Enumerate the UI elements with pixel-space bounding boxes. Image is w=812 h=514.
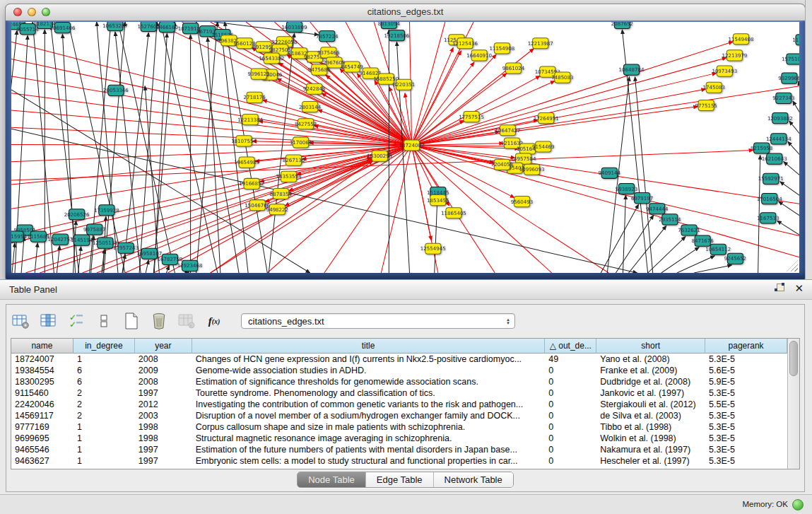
table-cell[interactable]: 2008 (135, 376, 192, 387)
table-cell[interactable]: 0 (545, 444, 596, 455)
table-cell[interactable]: Yano et al. (2008) (596, 354, 705, 365)
table-cell[interactable]: Jankovic et al. (1997) (596, 387, 705, 399)
graph-node[interactable]: 17264951 (534, 113, 559, 124)
table-row[interactable]: 1938455462009Genome-wide association stu… (11, 365, 787, 376)
table-cell[interactable]: 5.3E-5 (705, 455, 787, 467)
graph-node[interactable]: 5938923 (616, 183, 637, 194)
graph-node[interactable]: 1145194 (71, 235, 93, 245)
scrollbar-thumb[interactable] (789, 341, 798, 376)
table-cell[interactable]: Investigating the contribution of common… (192, 399, 546, 410)
graph-node[interactable]: 17016504 (757, 194, 782, 204)
column-visibility-icon[interactable] (40, 312, 58, 330)
column-header-pagerank[interactable]: pagerank (705, 339, 787, 354)
graph-node[interactable]: 1112549 (792, 35, 799, 45)
tab-edge-table[interactable]: Edge Table (365, 472, 433, 487)
table-cell[interactable]: Franke et al. (2009) (596, 365, 705, 376)
graph-node[interactable]: 17957243 (113, 243, 139, 253)
graph-node[interactable]: 16210643 (762, 153, 787, 164)
table-cell[interactable]: Nakamura et al. (1997) (596, 444, 705, 455)
table-cell[interactable]: 5.3E-5 (705, 387, 787, 399)
column-header-title[interactable]: title (192, 339, 546, 354)
table-cell[interactable]: 1 (73, 421, 135, 433)
table-cell[interactable]: 1997 (135, 455, 192, 467)
delete-table-icon[interactable] (150, 312, 168, 330)
graph-node[interactable]: 19166852 (239, 178, 264, 189)
table-cell[interactable]: 1997 (135, 387, 192, 399)
graph-node[interactable]: 7632621 (678, 225, 700, 235)
table-cell[interactable]: Disruption of a novel member of a sodium… (192, 410, 546, 421)
table-cell[interactable]: 0 (545, 399, 596, 410)
table-cell[interactable]: 14569117 (11, 410, 73, 421)
table-cell[interactable]: 5.5E-5 (705, 399, 787, 410)
graph-node[interactable]: 8267130 (283, 155, 305, 165)
table-cell[interactable]: 2012 (135, 399, 192, 410)
graph-node[interactable]: 7857224 (316, 31, 339, 42)
table-cell[interactable]: Estimation of the future numbers of pati… (192, 444, 546, 455)
table-cell[interactable]: 6 (73, 376, 135, 387)
graph-node[interactable]: 12554945 (420, 243, 446, 254)
graph-node[interactable]: 11865405 (441, 208, 466, 218)
graph-node[interactable]: 10973493 (712, 66, 737, 76)
graph-node[interactable]: 7485083 (551, 72, 573, 83)
table-cell[interactable]: 5.3E-5 (705, 433, 787, 444)
graph-node[interactable]: 14353554 (276, 171, 302, 182)
function-builder-icon[interactable]: f(x) (205, 312, 223, 330)
table-cell[interactable]: Wolkin et al. (1998) (596, 433, 705, 444)
graph-node[interactable]: 9498222 (266, 204, 288, 215)
table-row[interactable]: 969969511998Structural magnetic resonanc… (11, 433, 787, 444)
close-panel-icon[interactable]: ✕ (794, 284, 804, 293)
graph-node[interactable]: 9227343 (772, 93, 794, 103)
graph-node[interactable]: 15592971 (758, 173, 784, 184)
graph-node[interactable]: 9861024 (502, 63, 525, 74)
graph-node[interactable]: 20053346 (103, 85, 129, 95)
table-cell[interactable]: 9465546 (11, 444, 73, 455)
graph-node[interactable]: 12213987 (528, 38, 553, 49)
table-row[interactable]: 977716911998Corpus callosum shape and si… (11, 421, 787, 433)
table-cell[interactable]: 5.3E-5 (705, 354, 787, 365)
graph-node[interactable]: 11154908 (489, 43, 514, 54)
graph-node[interactable]: 16543382 (259, 53, 284, 64)
graph-node[interactable]: 10653287 (102, 22, 128, 31)
table-cell[interactable]: 1998 (135, 421, 192, 433)
graph-node[interactable]: 12923468 (177, 260, 203, 271)
table-cell[interactable]: 19384554 (11, 365, 73, 376)
graph-node[interactable]: 17757515 (459, 112, 484, 122)
table-cell[interactable]: 9115460 (11, 387, 73, 399)
graph-node[interactable]: 6979197 (631, 193, 653, 204)
table-cell[interactable]: 22420046 (11, 399, 73, 410)
table-cell[interactable]: Estimation of significance thresholds fo… (192, 376, 546, 387)
table-row[interactable]: 1872400712008Changes of HCN gene express… (11, 354, 787, 365)
graph-node[interactable]: 10654112 (705, 244, 731, 255)
graph-node[interactable]: 1853455 (427, 195, 449, 206)
table-cell[interactable]: 5.6E-5 (705, 365, 787, 376)
table-row[interactable]: 946362711997Embryonic stem cells: a mode… (11, 455, 787, 467)
table-cell[interactable]: Stergiakouli et al. (2012) (596, 399, 705, 410)
table-cell[interactable]: 9777169 (11, 421, 73, 433)
table-cell[interactable]: Tourette syndrome. Phenomenology and cla… (192, 387, 546, 399)
graph-node[interactable]: 9245652 (724, 253, 746, 264)
column-header-out_de[interactable]: △ out_de... (545, 339, 596, 354)
graph-node[interactable]: 12213979 (722, 50, 748, 61)
graph-node[interactable]: 9154469 (532, 141, 554, 152)
table-cell[interactable]: Corpus callosum shape and size in male p… (192, 421, 546, 433)
graph-node[interactable]: 19654985 (234, 157, 259, 168)
table-cell[interactable]: 6 (73, 365, 135, 376)
graph-node[interactable]: 20206526 (64, 209, 90, 220)
graph-node[interactable]: 2803144 (299, 101, 322, 112)
table-row[interactable]: 2242004622012Investigating the contribut… (11, 399, 787, 410)
table-cell[interactable]: Embryonic stem cells: a model to study s… (192, 455, 546, 467)
tab-network-table[interactable]: Network Table (433, 472, 513, 487)
table-cell[interactable]: 5.3E-5 (705, 421, 787, 433)
row-height-icon[interactable] (95, 312, 113, 330)
graph-node[interactable]: 9329966 (778, 73, 799, 83)
table-cell[interactable]: 2003 (135, 410, 192, 421)
graph-node[interactable]: 8427552 (295, 119, 317, 129)
graph-node[interactable]: 9396121 (248, 69, 270, 79)
table-cell[interactable]: 9699695 (11, 433, 73, 444)
table-cell[interactable]: de Silva et al. (2003) (596, 410, 705, 421)
graph-node[interactable]: 9409144 (599, 168, 621, 178)
table-cell[interactable]: Genome-wide association studies in ADHD. (192, 365, 546, 376)
table-cell[interactable]: Dudbridge et al. (2008) (596, 376, 705, 387)
graph-node[interactable]: 2718176 (243, 92, 266, 103)
table-cell[interactable]: 2 (73, 399, 135, 410)
